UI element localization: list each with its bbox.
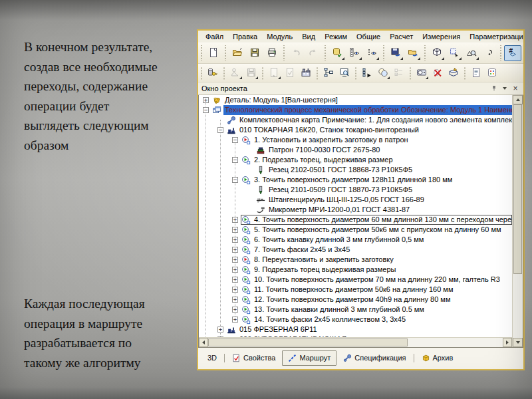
tree-row-body[interactable]: 8. Переустановить и закрепить заготовку xyxy=(241,255,512,265)
tree-row-body[interactable]: 13. Точить канавки длинной 3 мм глубиной… xyxy=(241,305,512,315)
tree-row[interactable]: Штангенциркуль ШЦ-III-125-0,05 ГОСТ 166-… xyxy=(199,195,512,205)
tree-row[interactable]: −Технологический процесс механической об… xyxy=(199,105,512,115)
close-icon[interactable]: × xyxy=(511,84,520,93)
expand-icon[interactable]: + xyxy=(232,217,238,223)
tree-row[interactable]: +9. Подрезать торец выдерживая размеры xyxy=(199,265,512,275)
rotate-view-button[interactable] xyxy=(480,45,497,61)
tab-3d[interactable]: 3D xyxy=(202,351,222,365)
factory-equipment-button[interactable] xyxy=(298,66,314,80)
tree-row[interactable]: −3. Точить поверхность диаметром 128h11 … xyxy=(199,175,512,185)
structure-scheme-button[interactable] xyxy=(321,66,336,80)
tree-row-body[interactable]: 12. Точить поверхность диаметром 40h9 на… xyxy=(241,295,512,305)
tree-row[interactable]: +13. Точить канавки длинной 3 мм глубино… xyxy=(199,305,512,315)
tree-row[interactable]: +5. Точить поверхность диаметром 50к6 мм… xyxy=(199,225,512,235)
expand-icon[interactable]: + xyxy=(232,287,238,293)
tree-row[interactable]: +4. Точить поверхность диаметром 60 мм д… xyxy=(199,215,512,225)
tree-row[interactable]: +020 ЗУБООБРАБАТЫВАЮЩАЯ xyxy=(199,334,512,337)
menu-item-измерения[interactable]: Измерения xyxy=(418,31,465,42)
tree-row-body[interactable]: Микрометр МРИ-1200-0,01 ГОСТ 4381-87 xyxy=(255,205,512,215)
tab-свойства[interactable]: Свойства xyxy=(227,351,281,365)
text-document-button[interactable] xyxy=(468,66,484,80)
tree-row[interactable]: +12. Точить поверхность диаметром 40h9 н… xyxy=(199,295,512,305)
tree-row-body[interactable]: 5. Точить поверхность диаметром 50к6 мм … xyxy=(241,225,512,235)
menu-item-общие[interactable]: Общие xyxy=(352,31,385,42)
tree-row-body[interactable]: 2. Подрезать торец, выдерживая размер xyxy=(241,155,512,165)
expand-icon[interactable]: + xyxy=(232,227,238,233)
tree-row[interactable]: +14. Точить фаски 2х45 колличеством 3, 3… xyxy=(199,315,512,325)
tree-row-body[interactable]: Деталь: Модуль 1[Вал-шестерня] xyxy=(211,95,512,105)
tree-row-body[interactable]: 015 ФРЕЗЕРНАЯ 6Р11 xyxy=(226,325,512,334)
new-document-button[interactable] xyxy=(205,45,222,61)
expand-icon[interactable]: + xyxy=(232,257,238,263)
expand-icon[interactable]: + xyxy=(232,307,238,313)
tree-row-body[interactable]: 11. Точить поверхность диаметром 50к6 на… xyxy=(241,285,512,295)
expand-icon[interactable]: + xyxy=(217,336,223,337)
scroll-down-icon[interactable] xyxy=(513,338,523,347)
tree-row-body[interactable]: Резец 2101-0509 ГОСТ 18870-73 Р10К5Ф5 xyxy=(255,185,512,195)
expand-icon[interactable]: + xyxy=(232,237,238,243)
tree-row-body[interactable]: Технологический процесс механической обр… xyxy=(211,105,512,115)
tree-row-body[interactable]: 4. Точить поверхность диаметром 60 мм дл… xyxy=(241,215,512,225)
tree-row-body[interactable]: Комплектовочная карта Примечание: 1. Для… xyxy=(226,115,512,125)
open-folder-button[interactable] xyxy=(229,45,246,61)
menu-item-режим[interactable]: Режим xyxy=(320,31,352,42)
menu-item-файл[interactable]: Файл xyxy=(201,31,228,42)
vertical-scrollbar[interactable] xyxy=(512,95,523,347)
select-object-button[interactable] xyxy=(446,45,463,61)
expand-icon[interactable]: + xyxy=(232,317,238,323)
expand-icon[interactable]: + xyxy=(217,327,223,332)
tree-row[interactable]: Комплектовочная карта Примечание: 1. Для… xyxy=(199,115,512,125)
pin-icon[interactable] xyxy=(489,84,499,93)
zoom-object-button[interactable] xyxy=(463,45,480,61)
save-file-button[interactable] xyxy=(246,45,263,61)
tree-row[interactable]: −2. Подрезать торец, выдерживая размер xyxy=(199,155,512,165)
menu-item-модуль[interactable]: Модуль xyxy=(262,31,297,42)
collapse-icon[interactable]: − xyxy=(232,157,238,163)
tab-спецификация[interactable]: Спецификация xyxy=(338,351,411,365)
preview-screen-button[interactable] xyxy=(336,66,352,80)
expand-icon[interactable]: + xyxy=(232,267,238,273)
vertical-scroll-thumb[interactable] xyxy=(513,104,522,274)
tree-row-body[interactable]: 6. Точить канавку длинной 3 мм глубинной… xyxy=(241,235,512,245)
tree-row[interactable]: −1. Установить и закрепить заготовку в п… xyxy=(199,135,512,145)
roles-masks-button[interactable] xyxy=(375,66,391,80)
expand-icon[interactable]: + xyxy=(232,277,238,283)
view-3d-cube-button[interactable] xyxy=(428,45,446,61)
scroll-right-icon[interactable] xyxy=(503,338,512,347)
menu-item-параметризация[interactable]: Параметризация xyxy=(465,31,523,42)
tree-row-body[interactable]: Патрон 7100-0030 ГОСТ 2675-80 xyxy=(255,145,512,155)
export-save-button[interactable] xyxy=(387,45,404,61)
tree-row[interactable]: +8. Переустановить и закрепить заготовку xyxy=(199,255,512,265)
scroll-up-icon[interactable] xyxy=(513,95,523,104)
tree-row-body[interactable]: 7. Точить фаски 2х45 и 3х45 xyxy=(241,245,512,255)
grid-snap-button[interactable]: # xyxy=(504,45,521,61)
field-button-button[interactable] xyxy=(414,66,430,80)
tree-row-body[interactable]: 1. Установить и закрепить заготовку в па… xyxy=(241,135,512,145)
tab-архив[interactable]: Архив xyxy=(416,351,459,365)
collapse-icon[interactable]: − xyxy=(232,177,238,183)
tree-row-body[interactable]: 010 ТОКАРНАЯ 16К20, Станок токарно-винто… xyxy=(226,125,512,135)
menu-item-вид[interactable]: Вид xyxy=(297,31,320,42)
tree-row[interactable]: Микрометр МРИ-1200-0,01 ГОСТ 4381-87 xyxy=(199,205,512,215)
edit-model-button[interactable] xyxy=(446,66,462,80)
expand-icon[interactable]: + xyxy=(232,247,238,253)
collapse-icon[interactable]: − xyxy=(203,107,209,113)
tree-row[interactable]: +11. Точить поверхность диаметром 50к6 н… xyxy=(199,285,512,295)
tree-row-body[interactable]: 10. Точить поверхность диаметром 70 мм н… xyxy=(241,275,512,285)
tree-row[interactable]: +015 ФРЕЗЕРНАЯ 6Р11 xyxy=(199,325,512,334)
tree-row[interactable]: Патрон 7100-0030 ГОСТ 2675-80 xyxy=(199,145,512,155)
tree-row-body[interactable]: 020 ЗУБООБРАБАТЫВАЮЩАЯ xyxy=(226,334,512,337)
tree-row[interactable]: +10. Точить поверхность диаметром 70 мм … xyxy=(199,275,512,285)
expand-icon[interactable]: + xyxy=(203,97,209,103)
row-visibility-button[interactable] xyxy=(363,45,380,61)
tree-row-body[interactable]: 14. Точить фаски 2х45 колличеством 3, 3х… xyxy=(241,315,512,325)
menu-item-правка[interactable]: Правка xyxy=(228,31,262,42)
tab-маршрут[interactable]: Маршрут xyxy=(282,350,336,366)
tree-row[interactable]: Резец 2101-0509 ГОСТ 18870-73 Р10К5Ф5 xyxy=(199,185,512,195)
chevron-down-icon[interactable] xyxy=(500,84,509,93)
print-button[interactable] xyxy=(263,45,281,61)
collapse-icon[interactable]: − xyxy=(232,137,238,143)
horizontal-scrollbar[interactable] xyxy=(199,337,512,347)
tree-row-body[interactable]: Штангенциркуль ШЦ-III-125-0,05 ГОСТ 166-… xyxy=(255,195,512,205)
tree-row[interactable]: Резец 2102-0501 ГОСТ 18868-73 Р10К5Ф5 xyxy=(199,165,512,175)
